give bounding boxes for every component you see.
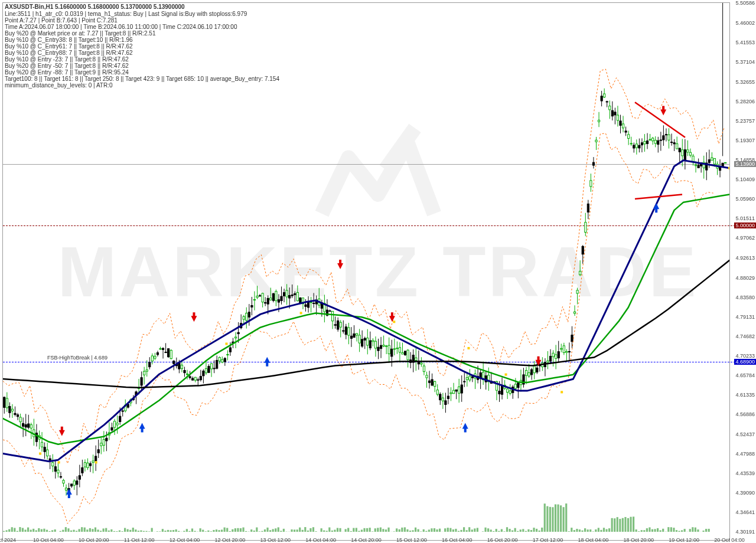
svg-rect-37	[103, 528, 105, 532]
svg-rect-196	[530, 530, 532, 532]
svg-rect-733	[625, 131, 627, 132]
svg-rect-50	[138, 531, 139, 532]
svg-rect-164	[444, 528, 446, 532]
svg-rect-681	[555, 355, 557, 359]
svg-rect-737	[630, 143, 632, 144]
level-5.000-label: 5.00000	[734, 223, 756, 228]
svg-rect-521	[340, 322, 341, 327]
svg-rect-155	[420, 531, 422, 532]
svg-rect-531	[353, 333, 355, 337]
x-tick: 11 Oct 12:00	[124, 537, 155, 543]
svg-rect-96	[261, 531, 263, 532]
svg-rect-427	[213, 368, 215, 369]
svg-rect-214	[579, 529, 581, 532]
svg-rect-120	[326, 531, 328, 532]
svg-rect-799	[713, 158, 715, 164]
level-fsb-label: 4.68900	[734, 359, 756, 365]
svg-rect-220	[595, 529, 597, 532]
svg-rect-167	[452, 529, 454, 532]
svg-rect-749	[646, 141, 648, 144]
svg-rect-24	[67, 528, 69, 532]
svg-rect-242	[654, 529, 656, 532]
y-tick: 4.83580	[735, 295, 755, 300]
svg-rect-85	[232, 529, 233, 532]
svg-rect-457	[253, 299, 255, 300]
svg-rect-252	[681, 530, 683, 532]
svg-rect-541	[367, 338, 369, 345]
svg-rect-133	[361, 529, 363, 532]
svg-rect-795	[708, 160, 710, 163]
svg-rect-463	[262, 293, 263, 302]
svg-rect-555	[386, 346, 387, 346]
svg-rect-321	[71, 484, 73, 486]
svg-rect-589	[431, 380, 433, 385]
svg-rect-118	[321, 528, 322, 532]
svg-rect-109	[296, 529, 298, 532]
svg-rect-95	[259, 531, 260, 532]
svg-rect-395	[170, 350, 172, 358]
svg-rect-443	[234, 337, 236, 338]
svg-rect-64	[175, 529, 177, 532]
svg-rect-537	[361, 339, 363, 346]
svg-rect-291	[30, 425, 32, 428]
svg-rect-647	[509, 391, 511, 393]
svg-rect-139	[377, 528, 379, 532]
svg-rect-687	[563, 346, 565, 353]
svg-rect-377	[146, 370, 148, 372]
svg-rect-82	[224, 528, 226, 532]
svg-rect-745	[641, 143, 643, 145]
svg-rect-130	[353, 528, 354, 532]
svg-rect-176	[477, 528, 478, 532]
svg-rect-429	[216, 360, 218, 368]
svg-rect-719	[606, 102, 608, 102]
svg-rect-639	[498, 391, 500, 394]
svg-rect-78	[213, 530, 214, 532]
svg-rect-205	[555, 504, 556, 532]
svg-rect-251	[678, 531, 680, 532]
y-tick: 4.56886	[735, 411, 755, 417]
svg-rect-495	[305, 305, 307, 306]
svg-rect-51	[140, 531, 142, 532]
svg-rect-587	[428, 381, 430, 382]
svg-rect-228	[617, 517, 618, 532]
svg-rect-19	[54, 529, 56, 532]
svg-rect-140	[380, 528, 382, 532]
svg-rect-216	[584, 528, 586, 532]
svg-rect-381	[151, 356, 153, 361]
svg-rect-110	[299, 528, 301, 532]
svg-rect-156	[423, 529, 425, 532]
svg-rect-75	[205, 531, 207, 532]
svg-rect-713	[598, 120, 599, 122]
svg-rect-563	[396, 348, 398, 349]
svg-rect-605	[452, 390, 454, 393]
svg-rect-15	[43, 529, 45, 532]
svg-rect-817	[505, 374, 507, 376]
svg-rect-104	[283, 529, 285, 532]
svg-rect-9	[27, 528, 29, 532]
svg-rect-224	[605, 529, 607, 532]
svg-rect-347	[106, 438, 107, 441]
svg-rect-337	[92, 461, 94, 463]
svg-rect-92	[250, 529, 252, 532]
svg-rect-257	[695, 528, 696, 532]
svg-rect-160	[434, 528, 435, 532]
svg-rect-13	[38, 528, 40, 532]
svg-rect-287	[25, 424, 27, 427]
svg-rect-667	[536, 368, 538, 372]
svg-rect-753	[652, 138, 654, 141]
svg-rect-40	[110, 529, 112, 532]
svg-rect-97	[264, 529, 266, 532]
svg-rect-757	[657, 140, 659, 144]
svg-rect-717	[604, 94, 605, 97]
svg-rect-170	[460, 530, 462, 532]
svg-rect-691	[568, 352, 570, 352]
svg-rect-43	[119, 531, 120, 532]
y-tick: 5.23757	[735, 118, 755, 124]
svg-rect-255	[689, 529, 691, 532]
svg-rect-613	[464, 381, 465, 382]
svg-rect-233	[630, 517, 631, 532]
svg-rect-195	[527, 529, 529, 532]
svg-rect-595	[439, 394, 441, 400]
svg-rect-549	[377, 347, 379, 351]
svg-rect-715	[601, 96, 602, 101]
